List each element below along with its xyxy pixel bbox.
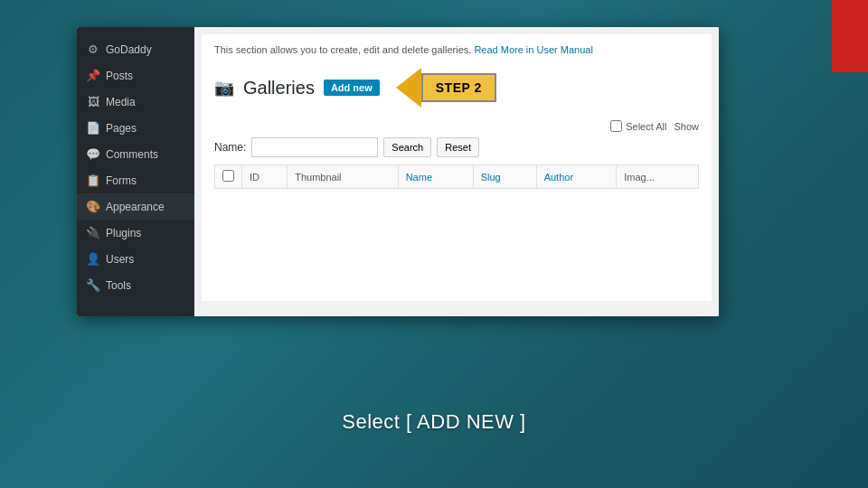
red-rectangle <box>832 0 868 72</box>
comments-icon: 💬 <box>86 147 100 161</box>
col-slug[interactable]: Slug <box>473 165 536 189</box>
sidebar-item-godaddy[interactable]: ⚙ GoDaddy <box>77 36 194 62</box>
sidebar-item-users[interactable]: 👤 Users <box>77 246 194 272</box>
col-checkbox <box>215 165 242 189</box>
plugins-icon: 🔌 <box>86 226 100 239</box>
wp-sidebar: ⚙ GoDaddy 📌 Posts 🖼 Media 📄 Pages 💬 Comm… <box>77 27 194 316</box>
posts-icon: 📌 <box>86 69 100 82</box>
arrow-right-icon <box>396 68 421 108</box>
sidebar-item-label: Users <box>106 253 134 266</box>
reset-button[interactable]: Reset <box>437 137 479 157</box>
col-id: ID <box>242 165 288 189</box>
sidebar-item-label: Forms <box>106 174 137 187</box>
show-label: Show <box>674 121 699 132</box>
bottom-instruction: Select [ ADD NEW ] <box>0 410 868 434</box>
sidebar-item-label: Pages <box>106 122 137 135</box>
sidebar-item-label: Plugins <box>106 227 141 239</box>
step2-annotation: STEP 2 <box>396 68 496 108</box>
col-author[interactable]: Author <box>536 165 617 189</box>
sidebar-item-label: GoDaddy <box>106 43 152 56</box>
wp-admin-panel: ⚙ GoDaddy 📌 Posts 🖼 Media 📄 Pages 💬 Comm… <box>77 27 719 316</box>
search-label: Name: <box>214 141 246 154</box>
search-row: Name: Search Reset <box>214 137 699 157</box>
appearance-icon: 🎨 <box>86 200 100 213</box>
select-all-label: Select All <box>626 121 666 132</box>
header-checkbox[interactable] <box>222 170 234 182</box>
sidebar-item-label: Media <box>106 96 136 108</box>
sidebar-item-tools[interactable]: 🔧 Tools <box>77 272 194 298</box>
select-all-checkbox[interactable] <box>610 120 622 132</box>
col-name[interactable]: Name <box>398 165 473 189</box>
col-images: Imag... <box>617 165 699 189</box>
pages-icon: 📄 <box>86 121 100 135</box>
select-all-wrap: Select All <box>610 120 666 132</box>
sidebar-item-plugins[interactable]: 🔌 Plugins <box>77 220 194 246</box>
wp-main-content: This section allows you to create, edit … <box>194 27 719 316</box>
gallery-icon: 📷 <box>214 78 234 98</box>
user-manual-link[interactable]: Read More in User Manual <box>474 44 592 55</box>
sidebar-item-media[interactable]: 🖼 Media <box>77 89 194 115</box>
sidebar-item-pages[interactable]: 📄 Pages <box>77 115 194 141</box>
section-description: This section allows you to create, edit … <box>214 43 699 57</box>
sidebar-item-posts[interactable]: 📌 Posts <box>77 62 194 89</box>
sidebar-item-appearance[interactable]: 🎨 Appearance <box>77 193 194 220</box>
users-icon: 👤 <box>86 252 100 266</box>
sidebar-item-label: Appearance <box>106 201 165 213</box>
wp-content-inner: This section allows you to create, edit … <box>202 34 712 301</box>
step2-label: STEP 2 <box>421 73 496 102</box>
col-thumbnail: Thumbnail <box>288 165 399 189</box>
sidebar-item-label: Comments <box>106 148 158 161</box>
godaddy-icon: ⚙ <box>86 42 100 56</box>
sidebar-item-label: Tools <box>106 279 131 292</box>
media-icon: 🖼 <box>86 95 100 108</box>
galleries-header: 📷 Galleries Add new STEP 2 <box>214 68 699 108</box>
tools-icon: 🔧 <box>86 278 100 292</box>
search-button[interactable]: Search <box>383 137 431 157</box>
search-input[interactable] <box>251 137 378 157</box>
add-new-button[interactable]: Add new <box>324 80 380 96</box>
galleries-title: Galleries <box>243 78 315 99</box>
sidebar-item-comments[interactable]: 💬 Comments <box>77 141 194 167</box>
sidebar-item-forms[interactable]: 📋 Forms <box>77 167 194 193</box>
table-toolbar: Select All Show <box>214 120 699 132</box>
forms-icon: 📋 <box>86 174 100 187</box>
galleries-table: ID Thumbnail Name Slug Author Imag... <box>214 164 699 189</box>
table-header-row: ID Thumbnail Name Slug Author Imag... <box>215 165 699 189</box>
sidebar-item-label: Posts <box>106 70 133 82</box>
